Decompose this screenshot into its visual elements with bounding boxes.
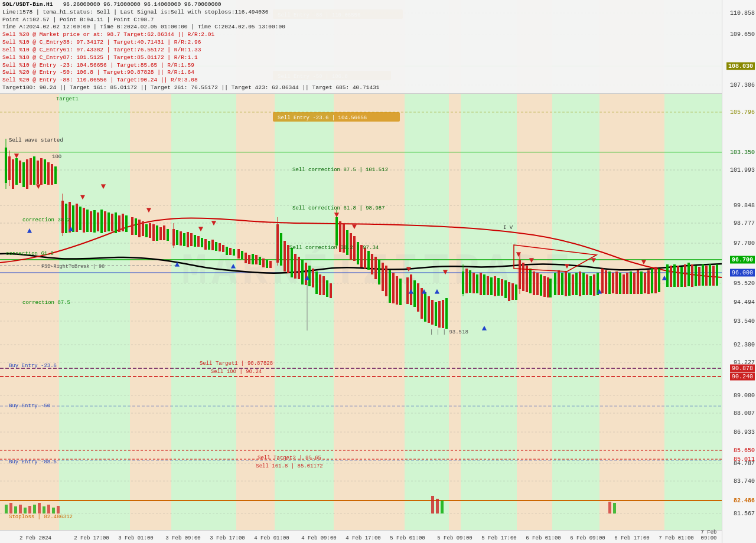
svg-text:▼: ▼ <box>591 256 597 265</box>
svg-rect-163 <box>472 273 475 293</box>
svg-text:▼: ▼ <box>198 224 204 234</box>
svg-rect-208 <box>630 272 632 294</box>
svg-rect-215 <box>654 267 657 293</box>
price-95520: 95.520 <box>734 280 755 287</box>
price-axis: 110.858 109.650 108.030 107.306 105.796 … <box>722 0 756 543</box>
svg-text:▲: ▲ <box>422 287 427 296</box>
svg-text:▲: ▲ <box>305 273 310 283</box>
price-97700: 97.700 <box>734 240 755 247</box>
svg-text:Sell 100 | 90.24: Sell 100 | 90.24 <box>211 369 262 375</box>
svg-rect-48 <box>54 166 57 184</box>
svg-rect-198 <box>593 274 595 296</box>
svg-rect-202 <box>608 272 611 294</box>
svg-text:▼: ▼ <box>146 205 152 215</box>
svg-rect-97 <box>229 248 232 255</box>
price-105796: 105.796 <box>730 109 755 116</box>
price-93540: 93.540 <box>734 318 755 325</box>
svg-text:Sell 161.8 | 85.01172: Sell 161.8 | 85.01172 <box>256 463 322 469</box>
svg-rect-223 <box>687 263 690 286</box>
svg-rect-272 <box>431 496 434 513</box>
svg-rect-44 <box>40 158 43 185</box>
svg-rect-231 <box>716 264 718 286</box>
svg-rect-275 <box>608 502 611 513</box>
svg-rect-145 <box>396 276 398 305</box>
svg-rect-99 <box>237 249 240 259</box>
svg-rect-76 <box>156 225 158 241</box>
svg-rect-139 <box>374 257 377 279</box>
svg-rect-226 <box>698 267 700 286</box>
svg-rect-203 <box>612 273 614 293</box>
svg-rect-172 <box>504 280 507 298</box>
svg-rect-116 <box>298 257 300 279</box>
time-2: 2 Feb 17:00 <box>74 535 109 541</box>
svg-rect-65 <box>115 212 117 233</box>
svg-rect-112 <box>284 241 286 272</box>
time-5: 3 Feb 17:00 <box>210 535 245 541</box>
svg-rect-90 <box>204 239 207 250</box>
svg-rect-102 <box>248 255 250 264</box>
price-88007: 88.007 <box>734 410 755 417</box>
svg-rect-180 <box>529 269 532 293</box>
svg-text:▼: ▼ <box>516 250 522 259</box>
svg-rect-59 <box>93 210 96 233</box>
svg-text:▼: ▼ <box>14 151 19 161</box>
svg-rect-161 <box>465 269 468 293</box>
svg-rect-219 <box>673 264 676 287</box>
svg-rect-131 <box>346 230 348 255</box>
svg-rect-178 <box>522 263 524 291</box>
svg-rect-192 <box>572 274 574 295</box>
time-1: 2 Feb 2024 <box>19 535 51 541</box>
price-84787: 84.787 <box>734 460 755 467</box>
svg-rect-111 <box>280 233 282 266</box>
svg-rect-142 <box>385 266 387 296</box>
svg-rect-173 <box>508 282 510 301</box>
svg-rect-260 <box>5 505 8 513</box>
svg-text:| | | 93.518: | | | 93.518 <box>430 329 468 335</box>
svg-rect-121 <box>315 272 318 294</box>
svg-rect-83 <box>180 231 182 246</box>
svg-rect-166 <box>483 274 485 295</box>
svg-text:100: 100 <box>52 154 61 160</box>
prices: 96.26000000 96.71000000 96.14000000 96.7… <box>63 1 221 8</box>
svg-text:correction 61.8: correction 61.8 <box>6 251 54 257</box>
svg-rect-71 <box>138 220 141 237</box>
svg-rect-204 <box>615 272 618 294</box>
svg-text:▼: ▼ <box>352 222 357 231</box>
svg-rect-154 <box>431 300 434 325</box>
svg-rect-94 <box>219 243 221 251</box>
svg-rect-54 <box>76 204 78 232</box>
price-108030: 108.030 <box>726 63 755 70</box>
svg-rect-268 <box>43 506 45 513</box>
svg-rect-137 <box>367 251 370 270</box>
svg-rect-95 <box>222 245 224 252</box>
sell-line-4: Sell %10 @ Entry -23: 104.56656 | Target… <box>2 62 719 70</box>
sell-line-2: Sell %10 @ C_Entry61: 97.43382 | Target:… <box>2 47 719 54</box>
price-96700-current: 96.700 <box>730 256 755 264</box>
svg-rect-141 <box>382 263 384 291</box>
time-8: 4 Feb 17:00 <box>346 535 380 541</box>
time-15: 7 Feb 01:00 <box>659 535 693 541</box>
svg-text:Stoploss | 82.486312: Stoploss | 82.486312 <box>9 514 73 520</box>
svg-rect-184 <box>543 276 546 297</box>
svg-rect-69 <box>131 217 133 235</box>
time-11: 5 Feb 17:00 <box>481 535 516 541</box>
svg-rect-46 <box>47 162 50 185</box>
price-81567: 81.567 <box>734 511 755 517</box>
svg-rect-194 <box>579 272 581 296</box>
svg-rect-73 <box>145 224 148 237</box>
svg-text:▼: ▼ <box>101 182 106 191</box>
time-3: 3 Feb 01:00 <box>118 535 153 541</box>
svg-rect-262 <box>14 506 17 513</box>
info-header: SOL/USDT-Bin.H1 96.26000000 96.71000000 … <box>0 0 722 94</box>
svg-text:▼: ▼ <box>443 267 448 277</box>
svg-rect-43 <box>37 161 39 184</box>
svg-text:Buy Entry -50: Buy Entry -50 <box>9 403 50 409</box>
svg-rect-105 <box>259 257 261 265</box>
svg-rect-216 <box>658 269 660 292</box>
svg-rect-78 <box>163 225 165 240</box>
price-98777: 98.777 <box>734 220 755 227</box>
svg-text:Sell correction 61.8 | 98.987: Sell correction 61.8 | 98.987 <box>292 205 385 211</box>
svg-rect-91 <box>208 241 210 250</box>
svg-rect-101 <box>245 253 247 263</box>
svg-rect-75 <box>152 224 155 241</box>
